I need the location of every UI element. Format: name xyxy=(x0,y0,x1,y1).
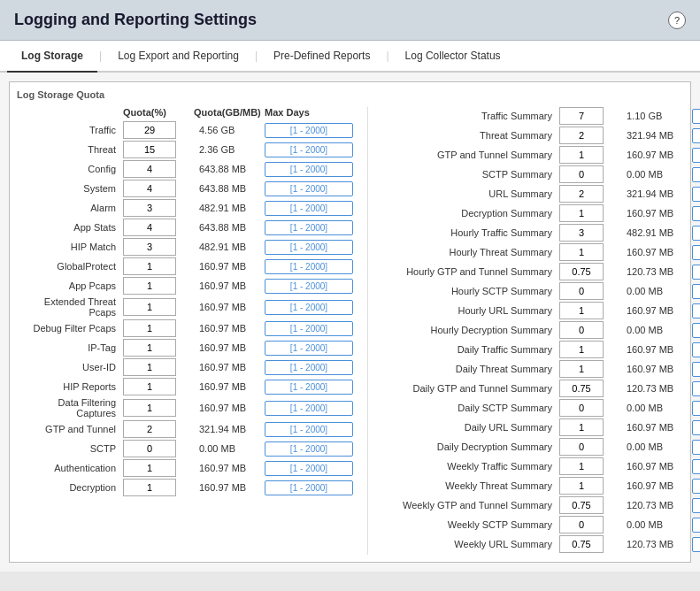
quota-pct-input[interactable] xyxy=(123,440,176,457)
summary-value-input[interactable] xyxy=(559,516,604,533)
summary-value-input[interactable] xyxy=(559,282,604,300)
max-days-button[interactable]: [1 - 2000] xyxy=(265,380,353,395)
summary-value-input[interactable] xyxy=(559,418,604,436)
row-label: Data Filtering Captures xyxy=(17,397,123,418)
quota-pct-input[interactable] xyxy=(123,141,176,158)
summary-max-days-button[interactable]: [1 - 2000] xyxy=(692,498,700,513)
quota-pct-input[interactable] xyxy=(123,180,176,197)
summary-max-days-button[interactable]: [1 - 2000] xyxy=(692,226,700,241)
summary-max-days-button[interactable]: [1 - 2000] xyxy=(692,206,700,221)
quota-pct-input[interactable] xyxy=(123,238,176,256)
max-days-button[interactable]: [1 - 2000] xyxy=(265,201,353,216)
quota-pct-input[interactable] xyxy=(123,378,176,395)
summary-max-days-button[interactable]: [1 - 2000] xyxy=(692,401,700,416)
summary-max-days-button[interactable]: [1 - 2000] xyxy=(692,518,700,533)
summary-max-days-button[interactable]: [1 - 2000] xyxy=(692,420,700,435)
summary-max-days-button[interactable]: [1 - 2000] xyxy=(692,109,700,124)
quota-pct-input[interactable] xyxy=(123,121,176,139)
max-days-button[interactable]: [1 - 2000] xyxy=(265,220,353,235)
max-days-button[interactable]: [1 - 2000] xyxy=(265,321,353,336)
table-row: Hourly Traffic Summary 482.91 MB [1 - 20… xyxy=(382,224,700,242)
summary-max-days-button[interactable]: [1 - 2000] xyxy=(692,245,700,260)
summary-value-input[interactable] xyxy=(559,399,604,417)
max-days-button[interactable]: [1 - 2000] xyxy=(265,441,353,457)
max-days-button[interactable]: [1 - 2000] xyxy=(265,162,353,177)
tab-log-collector[interactable]: Log Collector Status xyxy=(391,41,515,73)
tab-bar: Log Storage | Log Export and Reporting |… xyxy=(0,41,700,73)
summary-value-input[interactable] xyxy=(559,380,604,397)
quota-pct-input[interactable] xyxy=(123,399,176,417)
quota-pct-input[interactable] xyxy=(123,459,176,477)
summary-value-input[interactable] xyxy=(559,360,604,378)
max-days-button[interactable]: [1 - 2000] xyxy=(265,341,353,356)
summary-value-input[interactable] xyxy=(559,127,604,144)
summary-value-input[interactable] xyxy=(559,477,604,495)
summary-max-days-button[interactable]: [1 - 2000] xyxy=(692,128,700,143)
table-row: SCTP Summary 0.00 MB [1 - 2000] xyxy=(382,165,700,183)
help-button[interactable]: ? xyxy=(668,12,686,29)
section-title: Log Storage Quota xyxy=(17,89,683,100)
summary-value-input[interactable] xyxy=(559,263,604,280)
summary-max-days-button[interactable]: [1 - 2000] xyxy=(692,440,700,455)
summary-max-days-button[interactable]: [1 - 2000] xyxy=(692,362,700,377)
summary-value-input[interactable] xyxy=(559,535,604,553)
summary-value-input[interactable] xyxy=(559,321,604,339)
max-days-button[interactable]: [1 - 2000] xyxy=(265,240,353,255)
tab-log-storage[interactable]: Log Storage xyxy=(7,41,97,73)
table-row: GTP and Tunnel 321.94 MB [1 - 2000] xyxy=(17,420,353,438)
quota-pct-input[interactable] xyxy=(123,277,176,295)
summary-max-days-button[interactable]: [1 - 2000] xyxy=(692,167,700,182)
summary-max-days-button[interactable]: [1 - 2000] xyxy=(692,479,700,494)
quota-pct-input[interactable] xyxy=(123,358,176,376)
max-days-button[interactable]: [1 - 2000] xyxy=(265,279,353,294)
summary-max-days-button[interactable]: [1 - 2000] xyxy=(692,381,700,396)
max-days-button[interactable]: [1 - 2000] xyxy=(265,123,353,138)
table-row: Debug Filter Pcaps 160.97 MB [1 - 2000] xyxy=(17,319,353,337)
summary-max-days-button[interactable]: [1 - 2000] xyxy=(692,459,700,474)
quota-size: 482.91 MB xyxy=(194,242,265,252)
max-days-button[interactable]: [1 - 2000] xyxy=(265,401,353,416)
quota-pct-input[interactable] xyxy=(123,257,176,275)
quota-pct-input[interactable] xyxy=(123,479,176,496)
summary-value-input[interactable] xyxy=(559,341,604,358)
summary-max-days-button[interactable]: [1 - 2000] xyxy=(692,148,700,163)
summary-value-input[interactable] xyxy=(559,224,604,242)
summary-value-input[interactable] xyxy=(559,165,604,183)
quota-pct-input[interactable] xyxy=(123,319,176,337)
summary-max-days-button[interactable]: [1 - 2000] xyxy=(692,265,700,280)
summary-value-input[interactable] xyxy=(559,146,604,164)
summary-value-input[interactable] xyxy=(559,496,604,514)
max-days-button[interactable]: [1 - 2000] xyxy=(265,480,353,495)
summary-value-input[interactable] xyxy=(559,185,604,203)
summary-max-days-button[interactable]: [1 - 2000] xyxy=(692,537,700,552)
quota-pct-input[interactable] xyxy=(123,298,176,316)
quota-pct-input[interactable] xyxy=(123,160,176,178)
summary-value-input[interactable] xyxy=(559,438,604,456)
summary-value-input[interactable] xyxy=(559,204,604,222)
max-days-button[interactable]: [1 - 2000] xyxy=(265,360,353,375)
quota-pct-input[interactable] xyxy=(123,339,176,357)
max-days-button[interactable]: [1 - 2000] xyxy=(265,181,353,196)
tab-divider-2: | xyxy=(253,41,259,71)
tab-pre-defined[interactable]: Pre-Defined Reports xyxy=(259,41,384,73)
summary-max-days-button[interactable]: [1 - 2000] xyxy=(692,342,700,357)
max-days-button[interactable]: [1 - 2000] xyxy=(265,422,353,437)
max-days-button[interactable]: [1 - 2000] xyxy=(265,300,353,315)
quota-pct-input[interactable] xyxy=(123,199,176,217)
summary-max-days-button[interactable]: [1 - 2000] xyxy=(692,187,700,202)
summary-max-days-button[interactable]: [1 - 2000] xyxy=(692,303,700,319)
summary-value-input[interactable] xyxy=(559,243,604,261)
tab-log-export[interactable]: Log Export and Reporting xyxy=(104,41,253,73)
summary-value-input[interactable] xyxy=(559,302,604,319)
summary-value-input[interactable] xyxy=(559,107,604,125)
max-days-button[interactable]: [1 - 2000] xyxy=(265,461,353,476)
max-days-button[interactable]: [1 - 2000] xyxy=(265,259,353,274)
summary-value-input[interactable] xyxy=(559,457,604,475)
right-row-label: Hourly Decryption Summary xyxy=(382,325,559,335)
quota-pct-input[interactable] xyxy=(123,219,176,236)
summary-max-days-button[interactable]: [1 - 2000] xyxy=(692,284,700,299)
max-days-button[interactable]: [1 - 2000] xyxy=(265,142,353,157)
summary-max-days-button[interactable]: [1 - 2000] xyxy=(692,323,700,338)
row-label: Traffic xyxy=(17,125,123,135)
quota-pct-input[interactable] xyxy=(123,420,176,438)
